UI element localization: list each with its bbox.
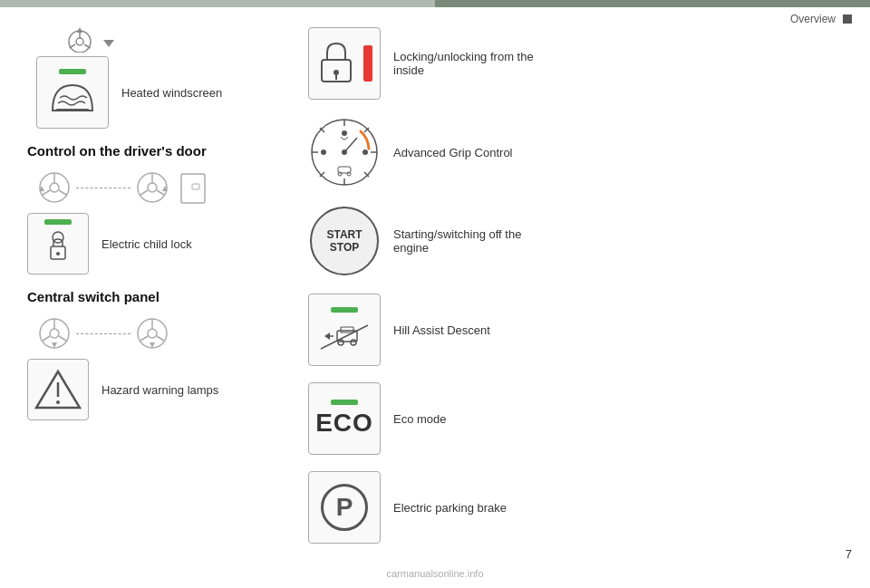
child-lock-icon (38, 228, 78, 268)
central-steering-diagram (36, 315, 299, 352)
svg-point-57 (362, 149, 368, 155)
svg-line-28 (43, 336, 50, 341)
electric-child-lock-row: Electric child lock (27, 213, 299, 275)
svg-point-15 (148, 183, 157, 192)
svg-marker-6 (103, 40, 114, 47)
right-column: Locking/unlocking from the inside (308, 27, 843, 560)
svg-point-9 (50, 183, 59, 192)
agc-label: Advanced Grip Control (393, 146, 513, 159)
electric-child-lock-icon-box (27, 213, 89, 275)
svg-point-56 (321, 149, 326, 155)
svg-rect-7 (56, 109, 89, 111)
parking-brake-label: Electric parking brake (393, 501, 507, 515)
header-bar (0, 0, 870, 7)
green-indicator2 (44, 219, 72, 225)
hill-assist-icon (319, 316, 370, 352)
start-label: START (326, 228, 362, 241)
start-stop-row: START STOP Starting/switching off the en… (308, 205, 843, 277)
svg-rect-62 (341, 327, 353, 333)
svg-point-63 (338, 340, 343, 345)
hazard-triangle-icon (34, 366, 82, 413)
steering-right-icon (134, 169, 170, 206)
locking-row: Locking/unlocking from the inside (308, 27, 843, 100)
top-nav: Overview (790, 13, 852, 25)
hazard-warning-icon-box (27, 359, 89, 420)
dashed-separator2 (76, 333, 130, 334)
stop-label: STOP (330, 241, 359, 254)
door-right-icon (174, 169, 210, 206)
main-content: Heated windscreen Control on the driver'… (27, 27, 843, 543)
parking-p-circle: P (321, 484, 368, 531)
svg-line-17 (140, 190, 148, 195)
dashed-separator (76, 188, 130, 188)
section-central-switch: Central switch panel (27, 289, 299, 304)
windscreen-icon (49, 78, 96, 116)
agc-container (308, 116, 381, 188)
hill-assist-row: Hill Assist Descent (308, 294, 843, 366)
green-indicator3 (331, 307, 358, 313)
svg-marker-66 (324, 333, 330, 340)
hill-assist-icon-box (308, 294, 381, 366)
svg-line-29 (59, 336, 66, 341)
hazard-warning-row: Hazard warning lamps (27, 359, 299, 420)
start-stop-container: START STOP (308, 205, 381, 277)
parking-brake-row: P Electric parking brake (308, 471, 843, 544)
svg-point-64 (351, 340, 356, 345)
svg-line-59 (344, 138, 357, 152)
svg-rect-21 (192, 184, 199, 189)
green-indicator (59, 69, 86, 74)
svg-point-26 (50, 329, 59, 338)
svg-point-41 (334, 70, 339, 75)
door-steering-diagram (36, 169, 299, 206)
arrow-down-icon (100, 34, 118, 53)
eco-mode-icon-box: ECO (308, 382, 381, 455)
steering-left-icon (36, 169, 72, 206)
electric-child-lock-label: Electric child lock (102, 237, 192, 251)
svg-point-52 (342, 130, 347, 136)
svg-rect-20 (181, 174, 205, 203)
eco-mode-label: Eco mode (393, 412, 447, 426)
start-stop-label: Starting/switching off the engine (393, 227, 556, 255)
hill-assist-label: Hill Assist Descent (393, 323, 490, 337)
parking-brake-icon-box: P (308, 471, 381, 544)
svg-marker-5 (77, 27, 82, 33)
section-drivers-door: Control on the driver's door (27, 143, 299, 159)
steering-right2-icon (134, 315, 170, 352)
svg-point-39 (56, 400, 60, 404)
heated-windscreen-icon-box (36, 56, 109, 129)
heated-windscreen-label: Heated windscreen (121, 86, 222, 100)
watermark: carmanualsonline.info (0, 568, 870, 579)
svg-line-34 (140, 336, 148, 341)
eco-mode-row: ECO Eco mode (308, 382, 843, 455)
green-indicator4 (331, 400, 358, 405)
left-column: Heated windscreen Control on the driver'… (27, 27, 299, 435)
eco-text: ECO (315, 409, 373, 438)
svg-line-35 (157, 336, 164, 341)
agc-row: Advanced Grip Control (308, 116, 843, 188)
steering-left2-icon (36, 315, 72, 352)
agc-icon (309, 117, 380, 188)
lock-icon (316, 38, 356, 89)
start-stop-circle: START STOP (310, 207, 379, 275)
red-indicator (363, 45, 372, 82)
svg-marker-36 (150, 342, 155, 348)
hazard-warning-label: Hazard warning lamps (102, 383, 218, 397)
svg-point-1 (76, 38, 83, 45)
svg-point-24 (56, 252, 60, 255)
heated-windscreen-row: Heated windscreen (36, 56, 299, 129)
svg-line-12 (59, 190, 66, 195)
locking-icon-box (308, 27, 381, 100)
svg-marker-30 (52, 342, 57, 348)
overview-label: Overview (790, 13, 836, 25)
page-number: 7 (846, 547, 852, 561)
heated-windscreen-top-icon (63, 27, 96, 53)
svg-point-32 (148, 329, 157, 338)
locking-label: Locking/unlocking from the inside (393, 50, 556, 77)
page-indicator (843, 14, 852, 24)
